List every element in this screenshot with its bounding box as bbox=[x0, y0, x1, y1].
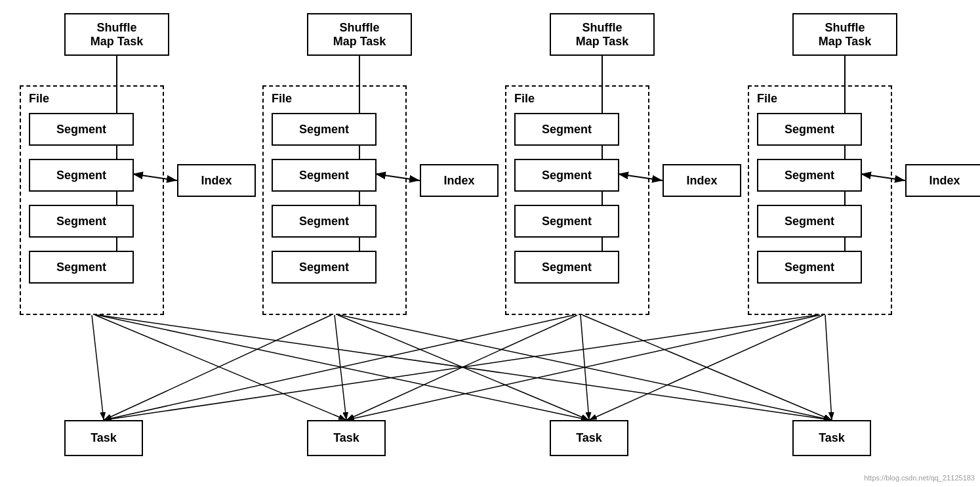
shuffle-map-task-4: Shuffle Map Task bbox=[792, 13, 897, 56]
svg-line-39 bbox=[104, 315, 574, 420]
diagram: Shuffle Map Task File Segment Segment Se… bbox=[0, 0, 980, 487]
task-1: Task bbox=[64, 420, 143, 456]
svg-line-43 bbox=[104, 315, 817, 420]
index-4: Index bbox=[905, 164, 980, 197]
task-2: Task bbox=[307, 420, 386, 456]
segment-4-4: Segment bbox=[757, 251, 862, 284]
svg-line-38 bbox=[340, 315, 832, 420]
svg-line-40 bbox=[346, 315, 577, 420]
segment-1-4: Segment bbox=[29, 251, 134, 284]
file-container-1: File Segment Segment Segment Segment bbox=[20, 85, 164, 315]
file-label-1: File bbox=[29, 92, 49, 106]
file-label-2: File bbox=[272, 92, 292, 106]
task-3: Task bbox=[550, 420, 628, 456]
svg-line-44 bbox=[346, 315, 820, 420]
svg-line-42 bbox=[582, 315, 832, 420]
segment-3-4: Segment bbox=[514, 251, 619, 284]
segment-1-1: Segment bbox=[29, 113, 134, 146]
segment-4-1: Segment bbox=[757, 113, 862, 146]
shuffle-map-task-1: Shuffle Map Task bbox=[64, 13, 169, 56]
file-container-3: File Segment Segment Segment Segment bbox=[505, 85, 649, 315]
shuffle-map-task-3: Shuffle Map Task bbox=[550, 13, 655, 56]
segment-3-2: Segment bbox=[514, 159, 619, 192]
shuffle-map-task-2: Shuffle Map Task bbox=[307, 13, 412, 56]
watermark: https://blog.csdn.net/qq_21125183 bbox=[864, 474, 975, 482]
svg-line-34 bbox=[98, 315, 832, 420]
segment-2-3: Segment bbox=[272, 205, 377, 238]
file-container-2: File Segment Segment Segment Segment bbox=[262, 85, 407, 315]
svg-line-33 bbox=[97, 315, 589, 420]
file-container-4: File Segment Segment Segment Segment bbox=[748, 85, 892, 315]
file-label-3: File bbox=[514, 92, 535, 106]
file-label-4: File bbox=[757, 92, 777, 106]
svg-line-36 bbox=[335, 315, 346, 420]
segment-2-4: Segment bbox=[272, 251, 377, 284]
segment-3-1: Segment bbox=[514, 113, 619, 146]
segment-1-3: Segment bbox=[29, 205, 134, 238]
svg-line-32 bbox=[95, 315, 346, 420]
segment-1-2: Segment bbox=[29, 159, 134, 192]
index-3: Index bbox=[663, 164, 741, 197]
task-4: Task bbox=[792, 420, 871, 456]
segment-2-1: Segment bbox=[272, 113, 377, 146]
segment-3-3: Segment bbox=[514, 205, 619, 238]
svg-line-41 bbox=[581, 315, 589, 420]
svg-line-37 bbox=[338, 315, 589, 420]
svg-line-46 bbox=[825, 315, 832, 420]
svg-line-31 bbox=[92, 315, 104, 420]
segment-2-2: Segment bbox=[272, 159, 377, 192]
segment-4-3: Segment bbox=[757, 205, 862, 238]
segment-4-2: Segment bbox=[757, 159, 862, 192]
index-2: Index bbox=[420, 164, 499, 197]
svg-line-45 bbox=[589, 315, 823, 420]
svg-line-35 bbox=[104, 315, 331, 420]
index-1: Index bbox=[177, 164, 256, 197]
